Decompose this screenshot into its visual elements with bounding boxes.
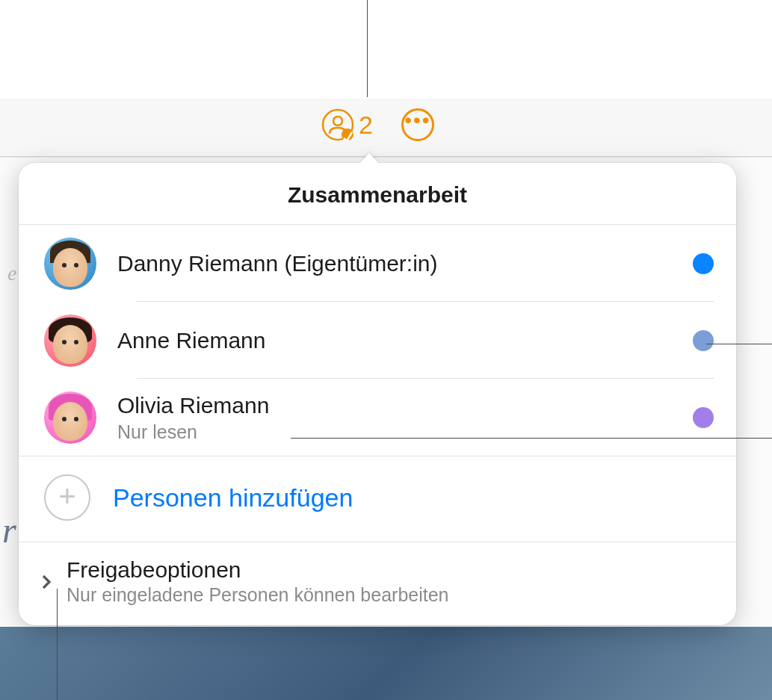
- avatar: [44, 315, 96, 367]
- presence-dot: [693, 330, 714, 351]
- add-people-button[interactable]: + Personen hinzufügen: [19, 456, 736, 542]
- popover-arrow: [359, 153, 379, 164]
- chevron-right-icon: [38, 574, 55, 590]
- popover-title: Zusammenarbeit: [19, 182, 736, 208]
- participant-permission: Nur lesen: [117, 421, 693, 443]
- participant-row-owner[interactable]: Danny Riemann (Eigentümer:in): [19, 225, 736, 302]
- share-options-title: Freigabeoptionen: [67, 557, 449, 583]
- plus-circle-icon: +: [44, 474, 90, 521]
- participant-name: Danny Riemann (Eigentümer:in): [117, 250, 693, 278]
- collaboration-button[interactable]: 2: [321, 108, 373, 141]
- svg-point-1: [333, 117, 342, 126]
- participant-name: Olivia Riemann: [117, 391, 693, 420]
- share-options-button[interactable]: Freigabeoptionen Nur eingeladene Persone…: [19, 542, 736, 625]
- person-collab-icon: [321, 108, 354, 141]
- collaboration-count: 2: [359, 111, 373, 140]
- more-button[interactable]: •••: [401, 108, 434, 141]
- callout-line-bottom: [57, 589, 58, 700]
- bg-decorative-text: e: [7, 261, 16, 285]
- callout-line-right: [706, 344, 772, 344]
- presence-dot: [693, 407, 714, 428]
- callout-line-top: [367, 0, 368, 97]
- share-options-subtitle: Nur eingeladene Personen können bearbeit…: [67, 584, 449, 606]
- avatar: [44, 238, 96, 290]
- participant-name: Anne Riemann: [117, 326, 693, 355]
- popover-header: Zusammenarbeit: [19, 163, 736, 225]
- presence-dot: [693, 253, 714, 274]
- collaboration-popover: Zusammenarbeit Danny Riemann (Eigentümer…: [19, 163, 736, 625]
- participant-row[interactable]: Olivia Riemann Nur lesen: [19, 379, 736, 456]
- participant-row[interactable]: Anne Riemann: [19, 302, 736, 379]
- avatar: [44, 391, 96, 444]
- participant-list: Danny Riemann (Eigentümer:in) Anne Riema…: [19, 225, 736, 456]
- add-people-label: Personen hinzufügen: [113, 483, 353, 512]
- callout-line-right: [291, 438, 772, 439]
- bg-decorative-text: r: [2, 509, 16, 551]
- document-image-preview: [0, 627, 772, 700]
